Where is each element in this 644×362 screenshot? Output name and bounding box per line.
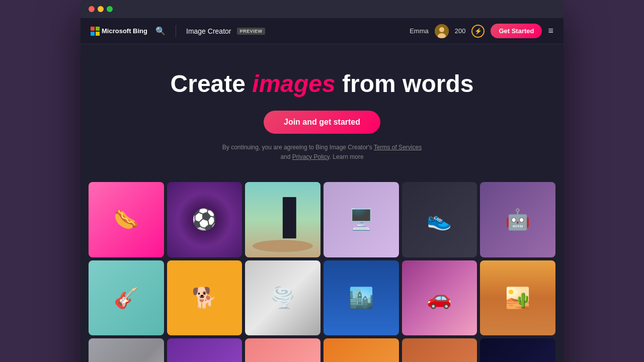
terms-line2: and xyxy=(280,153,290,160)
maximize-button[interactable] xyxy=(107,6,113,12)
title-highlight: images xyxy=(252,70,335,97)
gallery-item-soccer[interactable]: ⚽ xyxy=(167,182,243,257)
hamburger-menu[interactable]: ≡ xyxy=(548,26,553,36)
user-name: Emma xyxy=(410,27,429,35)
viking-icon: ⚔️ xyxy=(89,338,164,362)
svg-rect-1 xyxy=(96,27,100,31)
gallery-section: 🌭 ⚽ xyxy=(80,177,564,362)
gallery-item-viking[interactable]: ⚔️ xyxy=(89,338,164,362)
close-button[interactable] xyxy=(89,6,95,12)
shiba-icon: 🐕 xyxy=(167,260,243,336)
gallery-item-city[interactable]: 🏙️ xyxy=(324,260,399,336)
boost-icon[interactable]: ⚡ xyxy=(471,25,485,38)
terms-line1: By continuing, you are agreeing to Bing … xyxy=(222,144,372,151)
tornado-icon: 🌪️ xyxy=(245,260,320,336)
hotdog-icon: 🌭 xyxy=(89,182,164,257)
hero-section: Create images from words Join and get st… xyxy=(80,44,564,177)
desert-icon: 🏜️ xyxy=(480,260,555,336)
gallery-item-monolith[interactable] xyxy=(245,182,320,257)
browser-content: Microsoft Bing 🔍 Image Creator PREVIEW E… xyxy=(80,18,564,362)
gallery-item-car[interactable]: 🚗 xyxy=(402,260,477,336)
gallery-item-space[interactable]: 🌌 xyxy=(480,338,555,362)
gallery-item-guitar[interactable]: 🎸 xyxy=(89,260,164,336)
computer-icon: 🖥️ xyxy=(324,182,399,257)
boost-count: 200 xyxy=(455,27,466,35)
orange-icon: 📦 xyxy=(324,338,399,362)
gallery-item-desert[interactable]: 🏜️ xyxy=(480,260,555,336)
bing-logo-icon xyxy=(91,27,100,36)
astronaut-icon: 🤖 xyxy=(402,338,477,362)
mac-window: Microsoft Bing 🔍 Image Creator PREVIEW E… xyxy=(80,0,564,362)
svg-rect-3 xyxy=(96,32,100,36)
gallery-item-orange[interactable]: 📦 xyxy=(324,338,399,362)
gallery-grid: 🌭 ⚽ xyxy=(89,182,555,362)
section-title: Image Creator xyxy=(186,27,231,35)
bing-logo[interactable]: Microsoft Bing xyxy=(91,27,147,36)
terms-of-service-link[interactable]: Terms of Services xyxy=(374,144,422,151)
navbar-left: Microsoft Bing 🔍 Image Creator PREVIEW xyxy=(91,25,265,37)
gallery-item-astronaut[interactable]: 🤖 xyxy=(402,338,477,362)
search-icon[interactable]: 🔍 xyxy=(155,26,166,36)
title-bar xyxy=(80,0,564,18)
navbar: Microsoft Bing 🔍 Image Creator PREVIEW E… xyxy=(80,18,564,44)
gallery-item-cat[interactable]: 🐱 xyxy=(245,338,320,362)
title-part1: Create xyxy=(171,70,253,97)
avatar xyxy=(435,24,449,38)
join-button[interactable]: Join and get started xyxy=(264,111,380,134)
guitar-icon: 🎸 xyxy=(89,260,164,336)
svg-point-9 xyxy=(253,240,313,252)
space-icon: 🌌 xyxy=(480,338,555,362)
svg-rect-8 xyxy=(283,197,296,238)
hero-title: Create images from words xyxy=(91,69,553,99)
gallery-item-robot[interactable]: 🤖 xyxy=(480,182,555,257)
svg-rect-0 xyxy=(91,27,95,31)
privacy-policy-link[interactable]: Privacy Policy xyxy=(292,153,330,160)
minimize-button[interactable] xyxy=(98,6,104,12)
bing-logo-text: Microsoft Bing xyxy=(102,27,147,35)
terms-line3: . Learn more xyxy=(330,153,364,160)
title-part2: from words xyxy=(336,70,474,97)
gallery-item-purple[interactable]: ✨ xyxy=(167,338,243,362)
svg-point-5 xyxy=(439,27,444,32)
soccer-icon: ⚽ xyxy=(167,182,243,257)
city-icon: 🏙️ xyxy=(324,260,399,336)
gallery-item-tornado[interactable]: 🌪️ xyxy=(245,260,320,336)
terms-text: By continuing, you are agreeing to Bing … xyxy=(91,143,553,162)
purple-icon: ✨ xyxy=(167,338,243,362)
navbar-right: Emma 200 ⚡ Get Started ≡ xyxy=(410,24,553,38)
preview-badge: PREVIEW xyxy=(237,28,265,35)
gallery-item-shiba[interactable]: 🐕 xyxy=(167,260,243,336)
get-started-button[interactable]: Get Started xyxy=(491,24,542,38)
nav-divider xyxy=(176,25,176,37)
gallery-item-computer[interactable]: 🖥️ xyxy=(324,182,399,257)
robot-icon: 🤖 xyxy=(480,182,555,257)
gallery-item-sneaker[interactable]: 👟 xyxy=(402,182,477,257)
car-icon: 🚗 xyxy=(402,260,477,336)
sneaker-icon: 👟 xyxy=(402,182,477,257)
monolith-svg xyxy=(245,182,320,257)
svg-rect-2 xyxy=(91,32,95,36)
gallery-item-hotdog[interactable]: 🌭 xyxy=(89,182,164,257)
cat-icon: 🐱 xyxy=(245,338,320,362)
